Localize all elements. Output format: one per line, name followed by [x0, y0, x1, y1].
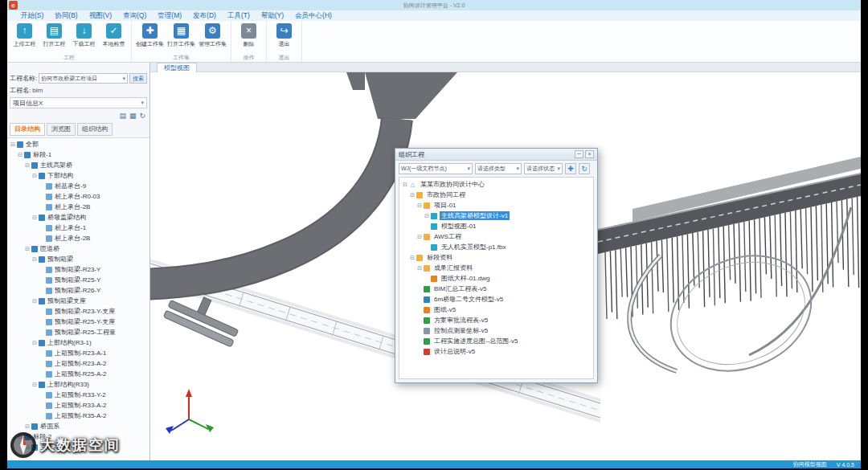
collapse-icon[interactable]: ⊟ — [424, 213, 430, 219]
tree-item[interactable]: ⊟下部结构 — [7, 170, 149, 181]
collapse-icon[interactable]: ⊟ — [24, 162, 31, 169]
collapse-icon[interactable]: ⊟ — [17, 152, 23, 158]
collapse-icon[interactable]: ⊟ — [31, 173, 38, 179]
collapse-icon[interactable]: ⊟ — [31, 340, 38, 346]
menu-item[interactable]: 协同(B) — [49, 10, 83, 21]
minimize-icon[interactable]: ─ — [575, 150, 583, 158]
tree-item[interactable]: 上箱预制-R35-A-2 — [7, 411, 149, 421]
tree-item[interactable]: 预制箱梁-R25-工程量 — [7, 327, 149, 337]
menu-item[interactable]: 查询(Q) — [117, 10, 152, 21]
tree-item[interactable]: ⊟预制箱梁支座 — [7, 296, 149, 306]
dialog-tree-item[interactable]: 无人机实景模型-p1.fbx — [399, 242, 593, 252]
ribbon-button-download-project[interactable]: ↓下载工程 — [69, 22, 99, 53]
dialog-tree-item[interactable]: ⊟主线高架桥模型设计-v1 — [399, 210, 593, 221]
collapse-icon[interactable]: ⊟ — [31, 215, 38, 221]
refresh-icon[interactable]: ↻ — [579, 163, 590, 174]
panel-tab[interactable]: 目录结构 — [10, 123, 45, 136]
dialog-tree-item[interactable]: 6m桥墩二号文件模型-v5 — [399, 294, 593, 304]
dialog-tree-item[interactable]: 模型视图-01 — [399, 221, 593, 231]
tree-item[interactable]: ⊟标段-1 — [7, 149, 149, 160]
dialog-tree-item[interactable]: 控制点测量坐标-v5 — [399, 325, 593, 336]
collapse-icon[interactable]: ⊟ — [10, 141, 16, 148]
collapse-icon[interactable]: ⊟ — [416, 202, 423, 209]
tree-item[interactable]: ⊟上部结构(R3-1) — [7, 337, 149, 348]
project-info-header[interactable]: 项目信息X ▾ — [10, 97, 147, 108]
menu-item[interactable]: 会员中心(H) — [289, 10, 338, 21]
status-filter-combobox[interactable]: 请选择状态 ▾ — [524, 163, 563, 174]
tree-item[interactable]: ⊟匝道桥 — [7, 243, 149, 254]
list-view-icon[interactable]: ▤ — [119, 111, 126, 121]
tree-item[interactable]: 上箱预制-R25-A-2 — [7, 369, 149, 379]
dialog-tree-item[interactable]: 工程实施进度总图--总范围-v5 — [399, 336, 593, 346]
dialog-tree-item[interactable]: ⊟AWS工程 — [399, 231, 593, 242]
tree-item[interactable]: 预制箱梁-R25-Y-支座 — [7, 317, 149, 327]
project-name-combobox[interactable]: 协同市政桥梁工程项目 ▾ — [39, 73, 128, 84]
menu-item[interactable]: 工具(T) — [222, 10, 256, 21]
collapse-icon[interactable]: ⊟ — [402, 182, 408, 188]
tree-item[interactable]: 桩上承台-2B — [7, 202, 149, 212]
dialog-tree-item[interactable]: ⊟市政协同工程 — [399, 190, 593, 200]
tree-item[interactable]: 上箱预制-R23-A-2 — [7, 358, 149, 369]
ribbon-button-create-workset[interactable]: ✚创建工作集 — [134, 22, 166, 53]
collapse-icon[interactable]: ⊟ — [31, 256, 38, 263]
tree-item[interactable]: 预制箱梁-R23-Y-支座 — [7, 306, 149, 317]
dialog-title-bar[interactable]: 组织工程 ─ × — [395, 149, 597, 161]
collapse-icon[interactable]: ⊟ — [409, 192, 416, 198]
panel-tab[interactable]: 浏览图 — [47, 123, 76, 136]
grid-view-icon[interactable]: ▦ — [129, 111, 137, 121]
folder-icon — [39, 382, 45, 388]
dialog-tree-item[interactable]: 图纸大样-01.dwg — [399, 273, 593, 284]
collapse-icon[interactable]: ⊟ — [24, 423, 31, 430]
collapse-icon[interactable]: ⊟ — [416, 265, 423, 272]
ribbon-button-manage-workset[interactable]: ⚙管理工作集 — [197, 22, 228, 53]
tree-item[interactable]: 预制箱梁-R26-Y — [7, 285, 149, 296]
dialog-tree-item[interactable]: ⊟项目-01 — [399, 200, 593, 210]
dialog-tree-item[interactable]: 设计总说明-v5 — [399, 346, 593, 357]
search-button[interactable]: 搜索 — [129, 73, 147, 84]
ribbon-button-exit[interactable]: ↪退出 — [269, 22, 299, 53]
ribbon-button-open-workset[interactable]: ▦打开工作集 — [166, 22, 197, 53]
ribbon-button-upload-project[interactable]: ↑上传工程 — [10, 22, 39, 53]
tree-item[interactable]: 上箱预制-R23-A-1 — [7, 348, 149, 358]
add-node-icon[interactable]: ✚ — [565, 163, 576, 174]
type-filter-combobox[interactable]: 请选择类型 ▾ — [475, 163, 522, 174]
collapse-icon[interactable]: ⊟ — [31, 382, 38, 388]
ribbon-button-local-check[interactable]: ✓本地检查 — [99, 22, 129, 53]
dialog-tree-item[interactable]: 方案审批流程表-v5 — [399, 315, 593, 325]
dialog-tree-item[interactable]: BIM汇总工程表-v5 — [399, 284, 593, 294]
tree-item[interactable]: 上箱预制-R33-A-2 — [7, 400, 149, 411]
collapse-icon[interactable]: ⊟ — [31, 298, 38, 304]
dialog-tree-item[interactable]: ⊟成果汇报资料 — [399, 263, 593, 273]
dialog-tree-item[interactable]: ⊟标段资料 — [399, 252, 593, 263]
refresh-icon[interactable]: ↻ — [139, 111, 145, 121]
menu-item[interactable]: 开始(S) — [15, 10, 49, 21]
tree-item[interactable]: 桩上承台-2B — [7, 233, 149, 243]
menu-item[interactable]: 帮助(Y) — [256, 10, 289, 21]
collapse-icon[interactable]: ⊟ — [409, 255, 416, 261]
panel-tab[interactable]: 组织结构 — [77, 123, 113, 136]
collapse-icon[interactable]: ⊟ — [24, 246, 31, 252]
ribbon-button-delete[interactable]: ×删除 — [234, 22, 264, 53]
tree-item[interactable]: 桩上承台-1 — [7, 223, 149, 233]
tree-item[interactable]: ⊟预制箱梁 — [7, 254, 149, 264]
menu-item[interactable]: 管理(M) — [152, 10, 187, 21]
node-filter-combobox[interactable]: WJ(一级文档节点) ▾ — [399, 163, 473, 174]
tree-item[interactable]: ⊟上部结构(R33) — [7, 379, 149, 390]
tree-item[interactable]: 预制箱梁-R25-Y — [7, 275, 149, 285]
tree-item[interactable]: 桩基承台-9 — [7, 181, 149, 191]
tree-item[interactable]: ⊟全部 — [7, 139, 149, 149]
collapse-icon[interactable]: ⊟ — [416, 234, 423, 240]
ribbon-button-open-project[interactable]: ▤打开工程 — [39, 22, 69, 53]
tree-item[interactable]: 预制箱梁-R23-Y — [7, 264, 149, 275]
tree-item[interactable]: ⊟主线高架桥 — [7, 160, 149, 170]
viewport-tab-model[interactable]: 模型视图 — [157, 63, 197, 72]
tree-item[interactable]: 桩上承台-R0-03 — [7, 191, 149, 202]
menu-item[interactable]: 发布(D) — [187, 10, 222, 21]
tree-item[interactable]: ⊟桥面系 — [7, 421, 149, 431]
menu-item[interactable]: 视图(V) — [84, 10, 117, 21]
dialog-tree-item[interactable]: ⊟⌂某某市政协同设计中心 — [399, 179, 593, 190]
dialog-tree-item[interactable]: 图纸-v5 — [399, 304, 593, 315]
tree-item[interactable]: ⊟桥墩盖梁结构 — [7, 212, 149, 223]
close-icon[interactable]: × — [585, 150, 594, 158]
tree-item[interactable]: 上箱预制-R33-Y-2 — [7, 390, 149, 400]
